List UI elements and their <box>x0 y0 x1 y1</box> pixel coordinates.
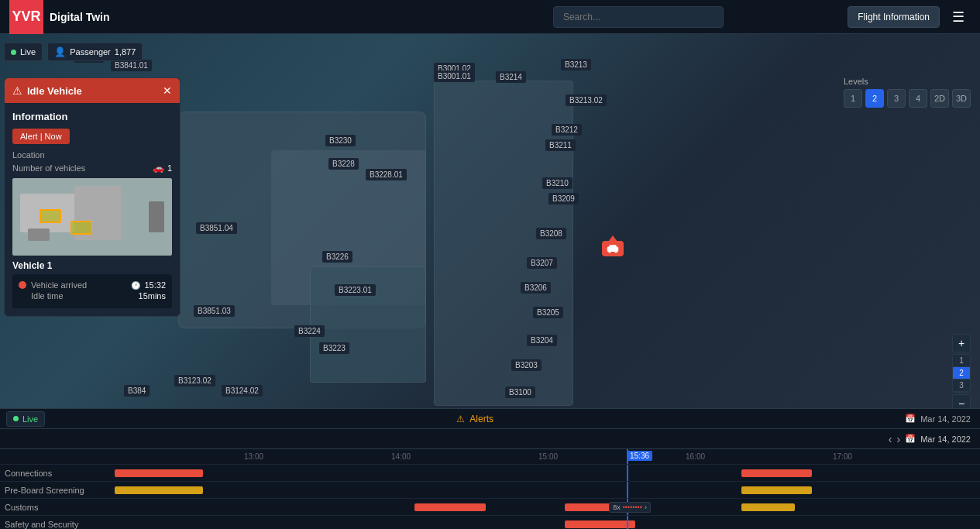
passenger-count: 1,877 <box>115 47 136 57</box>
svg-point-2 <box>608 250 610 252</box>
timeline-bar <box>565 520 635 528</box>
gate-label: B3851.04 <box>196 222 237 234</box>
passenger-icon: 👤 <box>54 46 66 57</box>
idle-vehicle-title-row: ⚠ Idle Vehicle <box>12 84 82 97</box>
gate-label: B384 <box>124 385 150 397</box>
passenger-label: Passenger <box>70 47 111 57</box>
idle-info-heading: Information <box>12 111 172 122</box>
gate-label: B3209 <box>548 193 579 204</box>
time-tick: 17:00 <box>833 452 852 461</box>
menu-button[interactable]: ☰ <box>946 5 971 29</box>
levels-buttons: 12342D3D <box>844 89 971 108</box>
arrived-time: 🕐 15:32 <box>131 280 166 290</box>
timeline-date: Mar 14, 2022 <box>920 435 971 444</box>
idle-time-row: Idle time 15mins <box>19 291 166 301</box>
level-button-4[interactable]: 4 <box>909 89 927 108</box>
timeline-nav: ‹ › 📅 Mar 14, 2022 <box>0 429 980 449</box>
timeline-labels: 13:0014:0015:0016:0017:0015:36 <box>97 449 980 464</box>
gate-label: B3210 <box>542 177 573 189</box>
car-icon-inline: 🚗 <box>153 163 164 173</box>
timeline-header: 13:0014:0015:0016:0017:0015:36 <box>0 449 980 465</box>
search-input[interactable] <box>553 6 724 28</box>
idle-warning-icon: ⚠ <box>12 84 22 97</box>
timeline-next-button[interactable]: › <box>897 433 901 445</box>
svg-point-3 <box>614 250 617 252</box>
idle-vehicle-panel: ⚠ Idle Vehicle ✕ Information Alert | Now… <box>4 77 181 317</box>
timeline-bar <box>115 486 203 494</box>
live-badge-top: Live <box>4 43 43 61</box>
timeline-prev-button[interactable]: ‹ <box>889 433 892 445</box>
gate-label: B3214 <box>496 71 526 83</box>
timeline-area: ‹ › 📅 Mar 14, 2022 13:0014:0015:0016:001… <box>0 428 980 529</box>
logo-area: YVR Digital Twin <box>0 0 119 34</box>
vehicle-arrived-row: Vehicle arrived 🕐 15:32 <box>19 280 166 290</box>
zoom-level-3[interactable]: 3 <box>953 380 970 392</box>
timeline-bar <box>741 503 794 511</box>
level-button-3d[interactable]: 3D <box>952 89 971 108</box>
idle-time-left: Idle time <box>19 291 64 301</box>
flight-info-button[interactable]: Flight Information <box>848 6 940 28</box>
gate-label: B3205 <box>533 307 563 318</box>
timeline-row: Customs8x •••••••• › <box>0 499 980 516</box>
timeline-row: Safety and Security <box>0 516 980 529</box>
location-label: Location <box>12 150 45 160</box>
time-tick: 15:00 <box>538 452 558 461</box>
live-dot-status <box>13 416 19 421</box>
vehicle-details: Vehicle arrived 🕐 15:32 Idle time 15mins <box>12 274 172 308</box>
timeline-bar <box>741 469 812 477</box>
app-header: YVR Digital Twin Flight Information ☰ <box>0 0 980 34</box>
timeline-bar <box>414 503 485 511</box>
level-button-2d[interactable]: 2D <box>930 89 949 108</box>
num-vehicles-value: 🚗 1 <box>153 163 172 173</box>
idle-vehicle-header: ⚠ Idle Vehicle ✕ <box>5 78 180 103</box>
status-bar: Live ⚠ Alerts 📅 Mar 14, 2022 <box>0 408 980 428</box>
gate-label: B3851.03 <box>194 305 235 317</box>
gate-label: B3223 <box>319 342 349 354</box>
zoom-level-1[interactable]: 1 <box>953 355 970 367</box>
timeline-row-content: 8x •••••••• › <box>97 499 980 515</box>
arrived-label: Vehicle arrived <box>31 280 87 290</box>
camera-canvas <box>12 178 172 256</box>
timeline-row-content <box>97 482 980 498</box>
timeline-row-label: Safety and Security <box>0 520 97 529</box>
timeline-bar <box>115 469 203 477</box>
red-dot-arrived <box>19 281 26 289</box>
timeline-row-content <box>97 465 980 481</box>
gate-label: B3230 <box>325 135 356 146</box>
zoom-in-button[interactable]: + <box>952 334 971 352</box>
zoom-level-2[interactable]: 2 <box>953 367 970 380</box>
passenger-badge: 👤 Passenger 1,877 <box>47 43 143 61</box>
timeline-bar <box>741 486 812 494</box>
alerts-center[interactable]: ⚠ Alerts <box>45 414 905 424</box>
level-button-2[interactable]: 2 <box>865 89 884 108</box>
live-badge-status: Live <box>6 411 45 427</box>
level-button-3[interactable]: 3 <box>887 89 906 108</box>
timeline-row-content <box>97 516 980 529</box>
vehicle-map-marker[interactable] <box>602 235 624 256</box>
time-tick: 14:00 <box>391 452 411 461</box>
timeline-row: Connections <box>0 465 980 482</box>
num-vehicles-label: Number of vehicles <box>12 163 85 173</box>
app-logo: YVR <box>9 0 43 34</box>
time-tick: 16:00 <box>686 452 705 461</box>
idle-info-section: Information Alert | Now Location Number … <box>5 103 180 316</box>
gate-label: B3213 <box>561 59 591 70</box>
timeline-row-label: Customs <box>0 503 97 512</box>
time-tick: 13:00 <box>244 452 263 461</box>
gate-label: B3124.02 <box>222 385 263 397</box>
idle-time-label: Idle time <box>31 291 64 301</box>
gate-label: B3213.02 <box>566 94 607 106</box>
header-right: Flight Information ☰ <box>848 5 980 29</box>
marker-icon <box>602 241 624 256</box>
gate-label: B3841.01 <box>111 60 152 71</box>
live-dot-top <box>11 50 16 55</box>
car-icon <box>607 244 619 253</box>
idle-close-button[interactable]: ✕ <box>163 84 172 97</box>
search-area <box>429 6 848 28</box>
calendar-icon-tl: 📅 <box>905 434 916 444</box>
levels-panel: Levels 12342D3D <box>844 77 971 108</box>
gate-label: B3228 <box>328 158 359 170</box>
gate-label: B3211 <box>545 139 576 151</box>
level-button-1[interactable]: 1 <box>844 89 862 108</box>
alert-now-button[interactable]: Alert | Now <box>12 129 70 144</box>
